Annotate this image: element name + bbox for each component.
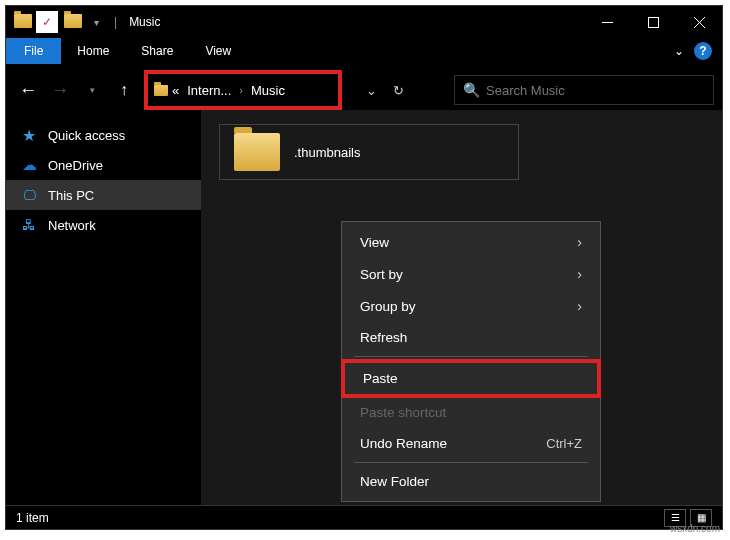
sidebar-item-label: This PC — [48, 188, 94, 203]
cloud-icon: ☁ — [20, 156, 38, 174]
window-title: Music — [125, 15, 160, 29]
folder-icon — [234, 133, 280, 171]
ctx-separator — [354, 462, 588, 463]
status-text: 1 item — [16, 511, 49, 525]
window-controls — [584, 6, 722, 38]
ctx-new-folder[interactable]: New Folder — [342, 466, 600, 497]
minimize-button[interactable] — [584, 6, 630, 38]
ctx-separator — [354, 356, 588, 357]
file-tab[interactable]: File — [6, 38, 61, 64]
star-icon: ★ — [20, 126, 38, 144]
navigation-pane: ★ Quick access ☁ OneDrive 🖵 This PC 🖧 Ne… — [6, 110, 201, 505]
recent-locations-icon[interactable]: ▾ — [78, 76, 106, 104]
folder-item[interactable]: .thumbnails — [219, 124, 519, 180]
status-bar: 1 item ☰ ▦ — [6, 505, 722, 529]
quick-access-toolbar-icon[interactable]: ✓ — [36, 11, 58, 33]
ctx-paste-shortcut: Paste shortcut — [342, 397, 600, 428]
maximize-button[interactable] — [630, 6, 676, 38]
forward-button[interactable]: → — [46, 76, 74, 104]
sidebar-item-quick-access[interactable]: ★ Quick access — [6, 120, 201, 150]
ctx-paste[interactable]: Paste — [341, 359, 601, 398]
ctx-sort-by[interactable]: Sort by› — [342, 258, 600, 290]
breadcrumb-separator: › — [235, 84, 247, 96]
title-separator: | — [112, 15, 119, 29]
svg-rect-1 — [648, 17, 658, 27]
ctx-undo-rename[interactable]: Undo RenameCtrl+Z — [342, 428, 600, 459]
sidebar-item-label: Quick access — [48, 128, 125, 143]
tab-view[interactable]: View — [189, 40, 247, 62]
ribbon-tabs: File Home Share View ⌄ ? — [6, 38, 722, 64]
title-folder-icon — [64, 14, 80, 30]
address-folder-icon — [154, 85, 168, 96]
close-button[interactable] — [676, 6, 722, 38]
ctx-shortcut-label: Ctrl+Z — [546, 436, 582, 451]
address-segment-0[interactable]: Intern... — [183, 83, 235, 98]
qa-dropdown-icon[interactable]: ▾ — [86, 17, 106, 28]
sidebar-item-network[interactable]: 🖧 Network — [6, 210, 201, 240]
title-bar: ✓ ▾ | Music — [6, 6, 722, 38]
ctx-refresh[interactable]: Refresh — [342, 322, 600, 353]
explorer-window: ✓ ▾ | Music File Home Share View ⌄ ? ← →… — [5, 5, 723, 530]
tab-home[interactable]: Home — [61, 40, 125, 62]
folder-name: .thumbnails — [294, 145, 360, 160]
address-prefix: « — [168, 83, 183, 98]
pc-icon: 🖵 — [20, 186, 38, 204]
address-segment-1[interactable]: Music — [247, 83, 289, 98]
address-dropdown-icon[interactable]: ⌄ — [366, 83, 377, 98]
context-menu: View› Sort by› Group by› Refresh Paste P… — [341, 221, 601, 502]
up-button[interactable]: ↑ — [110, 76, 138, 104]
sidebar-item-this-pc[interactable]: 🖵 This PC — [6, 180, 201, 210]
address-bar[interactable]: « Intern... › Music — [148, 75, 338, 105]
search-placeholder: Search Music — [486, 83, 565, 98]
sidebar-item-onedrive[interactable]: ☁ OneDrive — [6, 150, 201, 180]
chevron-right-icon: › — [577, 234, 582, 250]
ctx-view[interactable]: View› — [342, 226, 600, 258]
network-icon: 🖧 — [20, 216, 38, 234]
sidebar-item-label: OneDrive — [48, 158, 103, 173]
watermark: wsxdn.com — [670, 523, 720, 534]
search-input[interactable]: 🔍 Search Music — [454, 75, 714, 105]
navigation-row: ← → ▾ ↑ « Intern... › Music ⌄ ↻ 🔍 Search… — [6, 70, 722, 110]
title-left: ✓ ▾ | Music — [6, 11, 160, 33]
help-icon[interactable]: ? — [694, 42, 712, 60]
address-bar-highlight: « Intern... › Music — [144, 70, 342, 110]
tab-share[interactable]: Share — [125, 40, 189, 62]
refresh-icon[interactable]: ↻ — [393, 83, 404, 98]
back-button[interactable]: ← — [14, 76, 42, 104]
ctx-group-by[interactable]: Group by› — [342, 290, 600, 322]
chevron-right-icon: › — [577, 298, 582, 314]
sidebar-item-label: Network — [48, 218, 96, 233]
search-icon: 🔍 — [463, 82, 480, 98]
system-folder-icon[interactable] — [14, 14, 30, 30]
ribbon-collapse-icon[interactable]: ⌄ — [674, 44, 684, 58]
chevron-right-icon: › — [577, 266, 582, 282]
address-tools: ⌄ ↻ — [366, 83, 404, 98]
